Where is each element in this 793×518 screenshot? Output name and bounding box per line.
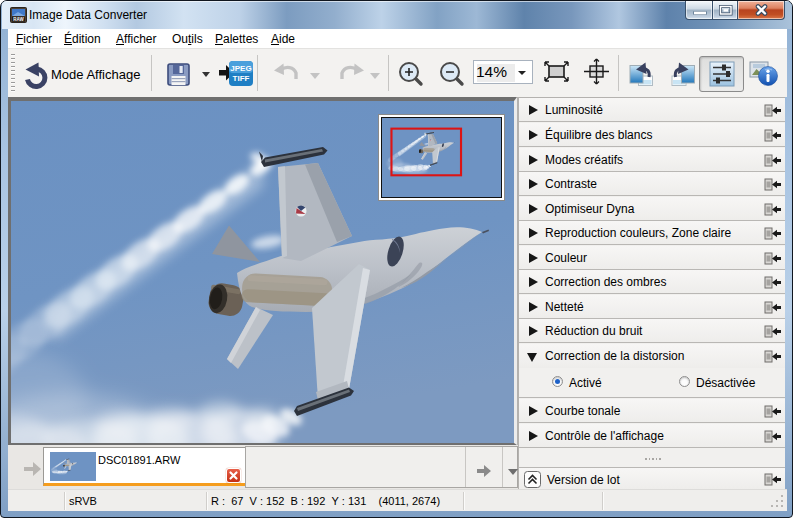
svg-text:RAW: RAW	[13, 17, 24, 22]
svg-text:JPEG: JPEG	[230, 64, 251, 73]
svg-text:TIFF: TIFF	[233, 74, 250, 83]
